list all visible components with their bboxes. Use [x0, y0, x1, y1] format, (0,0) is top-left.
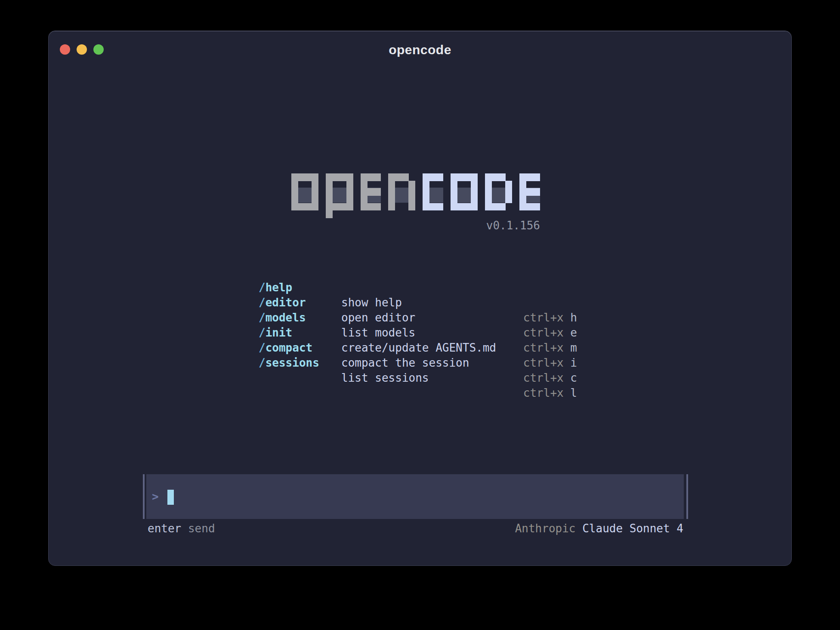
- send-action-label: send: [188, 522, 215, 535]
- command-shortcut: ctrl+x i: [523, 355, 577, 371]
- command-shortcut: ctrl+x c: [523, 371, 577, 386]
- status-bar: enter send Anthropic Claude Sonnet 4: [148, 522, 683, 535]
- opencode-logo-pixelart: [291, 173, 540, 218]
- text-cursor: [167, 490, 174, 505]
- command-row: /sessions list sessions ctrl+x l: [259, 340, 577, 355]
- model-indicator[interactable]: Anthropic Claude Sonnet 4: [515, 522, 683, 535]
- shortcut-modifier: ctrl+x: [523, 356, 564, 369]
- command-description: compact the session: [341, 355, 469, 371]
- shortcut-modifier: ctrl+x: [523, 371, 564, 384]
- prompt-symbol: >: [152, 490, 159, 503]
- command-row: /help show help ctrl+x h: [259, 265, 577, 280]
- window-titlebar[interactable]: opencode: [49, 31, 791, 65]
- command-row: /models list models ctrl+x m: [259, 295, 577, 310]
- command-word: sessions: [266, 356, 319, 369]
- enter-hint: enter send: [148, 522, 215, 535]
- opencode-logo: [291, 173, 540, 218]
- enter-key-label: enter: [148, 522, 181, 535]
- command-description: list sessions: [341, 371, 429, 386]
- command-row: /compact compact the session ctrl+x c: [259, 325, 577, 340]
- command-name: /sessions: [259, 355, 319, 371]
- provider-label: Anthropic: [515, 522, 576, 535]
- input-right-edge: [686, 474, 688, 519]
- shortcut-modifier: ctrl+x: [523, 386, 564, 399]
- command-shortcut: ctrl+x l: [523, 386, 577, 401]
- input-left-edge: [143, 474, 145, 519]
- shortcut-key: c: [570, 371, 577, 384]
- version-label: v0.1.156: [291, 219, 540, 232]
- command-row: /editor open editor ctrl+x e: [259, 280, 577, 295]
- shortcut-key: l: [570, 386, 577, 399]
- shortcut-key: i: [570, 356, 577, 369]
- desktop-background: opencode v0.1.156 /help show help ctrl+x…: [0, 0, 840, 630]
- window-title: opencode: [49, 43, 791, 57]
- command-slash: /: [259, 356, 266, 369]
- message-input[interactable]: >: [146, 474, 684, 519]
- command-row: /init create/update AGENTS.md ctrl+x i: [259, 310, 577, 325]
- model-label: Claude Sonnet 4: [582, 522, 683, 535]
- opencode-terminal-window: opencode v0.1.156 /help show help ctrl+x…: [48, 31, 792, 566]
- command-list: /help show help ctrl+x h /editor open ed…: [259, 265, 577, 355]
